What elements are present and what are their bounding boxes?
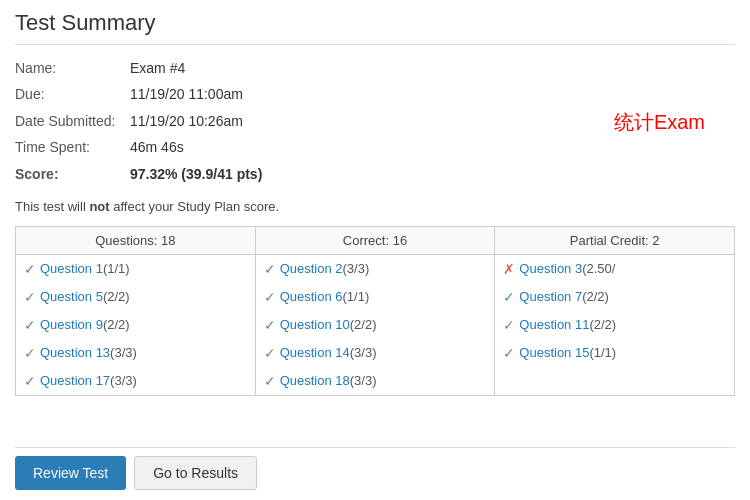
question-link[interactable]: Question 5 xyxy=(40,289,103,304)
correct-icon: ✓ xyxy=(24,317,36,333)
correct-icon: ✓ xyxy=(264,317,276,333)
table-cell: ✓Question 7 (2/2) xyxy=(495,283,735,311)
correct-icon: ✓ xyxy=(264,289,276,305)
question-link[interactable]: Question 1 xyxy=(40,261,103,276)
submitted-label: Date Submitted: xyxy=(15,110,130,132)
question-link[interactable]: Question 17 xyxy=(40,373,110,388)
question-score: (1/1) xyxy=(589,345,616,360)
list-item: ✗Question 3 (2.50/ xyxy=(503,259,726,279)
note-bold: not xyxy=(89,199,109,214)
list-item: ✓Question 9 (2/2) xyxy=(24,315,247,335)
watermark-area: 统计Exam xyxy=(584,57,735,189)
question-score: (2/2) xyxy=(103,289,130,304)
correct-icon: ✓ xyxy=(24,345,36,361)
score-label: Score: xyxy=(15,163,130,185)
question-score: (3/3) xyxy=(110,345,137,360)
page-container: Test Summary Name: Exam #4 Due: 11/19/20… xyxy=(0,0,750,500)
info-section: Name: Exam #4 Due: 11/19/20 11:00am Date… xyxy=(15,57,735,189)
table-cell: ✓Question 1 (1/1) xyxy=(16,254,256,283)
table-cell: ✓Question 15 (1/1) xyxy=(495,339,735,367)
due-label: Due: xyxy=(15,83,130,105)
name-value: Exam #4 xyxy=(130,57,185,79)
table-cell: ✓Question 14 (3/3) xyxy=(255,339,495,367)
question-score: (2/2) xyxy=(103,317,130,332)
question-score: (2/2) xyxy=(350,317,377,332)
table-row: ✓Question 13 (3/3)✓Question 14 (3/3)✓Que… xyxy=(16,339,735,367)
col2-header: Correct: 16 xyxy=(255,226,495,254)
question-score: (2/2) xyxy=(589,317,616,332)
name-label: Name: xyxy=(15,57,130,79)
table-row: ✓Question 5 (2/2)✓Question 6 (1/1)✓Quest… xyxy=(16,283,735,311)
correct-icon: ✓ xyxy=(264,345,276,361)
question-link[interactable]: Question 11 xyxy=(519,317,589,332)
list-item: ✓Question 5 (2/2) xyxy=(24,287,247,307)
watermark-text: 统计Exam xyxy=(614,109,705,136)
footer: Review Test Go to Results xyxy=(15,447,735,490)
question-link[interactable]: Question 18 xyxy=(280,373,350,388)
list-item: ✓Question 2 (3/3) xyxy=(264,259,487,279)
due-row: Due: 11/19/20 11:00am xyxy=(15,83,584,105)
correct-icon: ✓ xyxy=(24,373,36,389)
question-link[interactable]: Question 10 xyxy=(280,317,350,332)
due-value: 11/19/20 11:00am xyxy=(130,83,243,105)
score-value: 97.32% (39.9/41 pts) xyxy=(130,163,262,185)
question-link[interactable]: Question 15 xyxy=(519,345,589,360)
score-row: Score: 97.32% (39.9/41 pts) xyxy=(15,163,584,185)
correct-icon: ✓ xyxy=(503,289,515,305)
correct-icon: ✓ xyxy=(24,261,36,277)
table-cell: ✓Question 2 (3/3) xyxy=(255,254,495,283)
list-item: ✓Question 1 (1/1) xyxy=(24,259,247,279)
table-header-row: Questions: 18 Correct: 16 Partial Credit… xyxy=(16,226,735,254)
table-cell: ✗Question 3 (2.50/ xyxy=(495,254,735,283)
question-score: (3/3) xyxy=(343,261,370,276)
question-score: (3/3) xyxy=(350,373,377,388)
question-link[interactable]: Question 9 xyxy=(40,317,103,332)
correct-icon: ✓ xyxy=(264,373,276,389)
submitted-value: 11/19/20 10:26am xyxy=(130,110,243,132)
table-row: ✓Question 1 (1/1)✓Question 2 (3/3)✗Quest… xyxy=(16,254,735,283)
list-item: ✓Question 6 (1/1) xyxy=(264,287,487,307)
questions-table: Questions: 18 Correct: 16 Partial Credit… xyxy=(15,226,735,396)
question-link[interactable]: Question 3 xyxy=(519,261,582,276)
study-plan-note: This test will not affect your Study Pla… xyxy=(15,199,735,214)
question-link[interactable]: Question 7 xyxy=(519,289,582,304)
question-score: (1/1) xyxy=(103,261,130,276)
list-item: ✓Question 14 (3/3) xyxy=(264,343,487,363)
submitted-row: Date Submitted: 11/19/20 10:26am xyxy=(15,110,584,132)
correct-icon: ✓ xyxy=(24,289,36,305)
question-score: (2.50/ xyxy=(582,261,615,276)
review-test-button[interactable]: Review Test xyxy=(15,456,126,490)
time-row: Time Spent: 46m 46s xyxy=(15,136,584,158)
go-to-results-button[interactable]: Go to Results xyxy=(134,456,257,490)
question-score: (3/3) xyxy=(350,345,377,360)
col1-header: Questions: 18 xyxy=(16,226,256,254)
page-title: Test Summary xyxy=(15,10,735,45)
question-score: (3/3) xyxy=(110,373,137,388)
info-left: Name: Exam #4 Due: 11/19/20 11:00am Date… xyxy=(15,57,584,189)
table-cell: ✓Question 6 (1/1) xyxy=(255,283,495,311)
table-row: ✓Question 17 (3/3)✓Question 18 (3/3) xyxy=(16,367,735,396)
table-cell: ✓Question 11 (2/2) xyxy=(495,311,735,339)
correct-icon: ✓ xyxy=(264,261,276,277)
col3-header: Partial Credit: 2 xyxy=(495,226,735,254)
table-row: ✓Question 9 (2/2)✓Question 10 (2/2)✓Ques… xyxy=(16,311,735,339)
question-link[interactable]: Question 2 xyxy=(280,261,343,276)
list-item: ✓Question 17 (3/3) xyxy=(24,371,247,391)
list-item: ✓Question 10 (2/2) xyxy=(264,315,487,335)
table-cell: ✓Question 17 (3/3) xyxy=(16,367,256,396)
name-row: Name: Exam #4 xyxy=(15,57,584,79)
question-link[interactable]: Question 13 xyxy=(40,345,110,360)
question-score: (1/1) xyxy=(343,289,370,304)
correct-icon: ✓ xyxy=(503,345,515,361)
question-link[interactable]: Question 14 xyxy=(280,345,350,360)
time-value: 46m 46s xyxy=(130,136,184,158)
list-item: ✓Question 11 (2/2) xyxy=(503,315,726,335)
list-item: ✓Question 13 (3/3) xyxy=(24,343,247,363)
table-cell: ✓Question 10 (2/2) xyxy=(255,311,495,339)
question-link[interactable]: Question 6 xyxy=(280,289,343,304)
table-cell: ✓Question 18 (3/3) xyxy=(255,367,495,396)
table-cell xyxy=(495,367,735,396)
list-item: ✓Question 18 (3/3) xyxy=(264,371,487,391)
table-cell: ✓Question 9 (2/2) xyxy=(16,311,256,339)
partial-icon: ✗ xyxy=(503,261,515,277)
